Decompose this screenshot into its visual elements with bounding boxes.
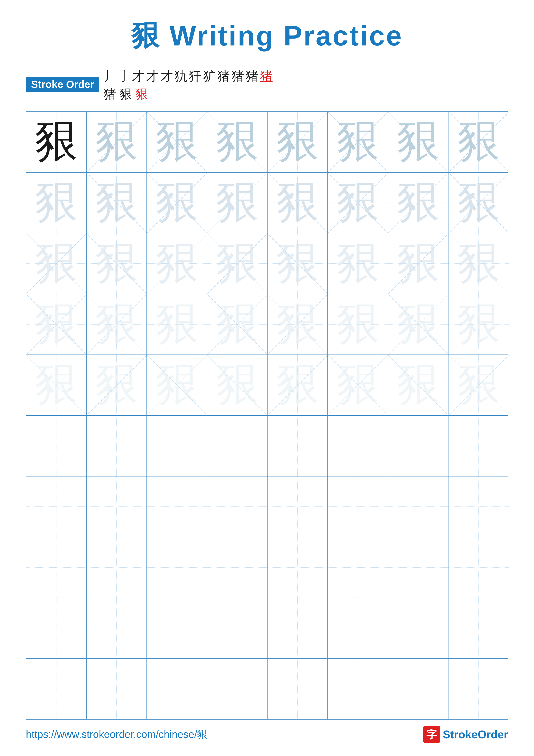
grid-cell: 豤 — [388, 233, 448, 294]
grid-cell: 豤 — [328, 173, 388, 233]
grid-cell: 豤 — [448, 355, 509, 415]
grid-cell: 豤 — [87, 355, 147, 415]
grid-cell-empty[interactable] — [207, 476, 267, 537]
grid-cell-empty[interactable] — [448, 537, 509, 598]
grid-cell-empty[interactable] — [26, 598, 87, 659]
grid-row-empty-5 — [26, 659, 508, 719]
grid-cell: 豤 — [328, 233, 388, 294]
grid-cell-empty[interactable] — [207, 416, 267, 476]
footer-logo-text: StrokeOrder — [443, 728, 508, 741]
grid-cell-empty[interactable] — [448, 416, 509, 476]
grid-cell: 豤 — [328, 112, 388, 172]
grid-cell-empty[interactable] — [328, 659, 388, 719]
grid-cell: 豤 — [147, 233, 207, 294]
grid-row-3: 豤 豤 豤 豤 豤 — [26, 233, 508, 294]
grid-cell: 豤 — [147, 112, 207, 172]
grid-cell-empty[interactable] — [448, 598, 509, 659]
grid-cell-empty[interactable] — [147, 476, 207, 537]
grid-cell-empty[interactable] — [87, 659, 147, 719]
grid-cell-empty[interactable] — [26, 659, 87, 719]
grid-cell-empty[interactable] — [448, 659, 509, 719]
grid-cell: 豤 — [388, 173, 448, 233]
grid-cell: 豤 — [328, 355, 388, 415]
grid-cell-empty[interactable] — [207, 659, 267, 719]
grid-cell-empty[interactable] — [147, 659, 207, 719]
grid-cell: 豤 — [147, 173, 207, 233]
grid-cell: 豤 — [267, 173, 328, 233]
grid-cell-empty[interactable] — [267, 476, 328, 537]
grid-cell: 豤 — [388, 112, 448, 172]
grid-cell: 豤 — [207, 355, 267, 415]
footer: https://www.strokeorder.com/chinese/豤 字 … — [26, 726, 508, 743]
page: 豤 Writing Practice Stroke Order 丿 亅 才 才 … — [0, 0, 534, 756]
grid-row-2: 豤 豤 豤 豤 豤 — [26, 173, 508, 233]
grid-row-4: 豤 豤 豤 豤 豤 — [26, 294, 508, 355]
grid-cell: 豤 — [207, 173, 267, 233]
grid-row-1: 豤 豤 豤 豤 豤 — [26, 112, 508, 173]
grid-cell: 豤 — [87, 294, 147, 355]
grid-cell-empty[interactable] — [388, 659, 448, 719]
grid-row-empty-2 — [26, 476, 508, 537]
grid-cell-empty[interactable] — [328, 598, 388, 659]
grid-cell: 豤 — [147, 355, 207, 415]
grid-cell-empty[interactable] — [26, 537, 87, 598]
grid-cell-empty[interactable] — [388, 537, 448, 598]
footer-url[interactable]: https://www.strokeorder.com/chinese/豤 — [26, 728, 207, 741]
grid-cell-empty[interactable] — [87, 537, 147, 598]
grid-cell: 豤 — [87, 173, 147, 233]
grid-cell-empty[interactable] — [87, 598, 147, 659]
grid-cell-empty[interactable] — [328, 416, 388, 476]
grid-cell-empty[interactable] — [87, 476, 147, 537]
grid-cell-empty[interactable] — [26, 476, 87, 537]
grid-cell-empty[interactable] — [87, 416, 147, 476]
grid-cell-empty[interactable] — [328, 476, 388, 537]
stroke-order-badge: Stroke Order — [26, 77, 99, 92]
grid-cell: 豤 — [267, 294, 328, 355]
grid-cell-empty[interactable] — [267, 598, 328, 659]
grid-cell-empty[interactable] — [147, 416, 207, 476]
grid-cell-empty[interactable] — [328, 537, 388, 598]
grid-cell-empty[interactable] — [26, 416, 87, 476]
grid-cell: 豤 — [87, 233, 147, 294]
grid-cell: 豤 — [207, 294, 267, 355]
stroke-sequence-line1: 丿 亅 才 才 才 犰 犴 犷 猪 猪 猪 猪 — [104, 68, 272, 84]
grid-cell: 豤 — [147, 294, 207, 355]
grid-cell: 豤 — [448, 112, 509, 172]
grid-cell: 豤 — [448, 294, 509, 355]
grid-cell: 豤 — [207, 112, 267, 172]
grid-cell-empty[interactable] — [448, 476, 509, 537]
grid-cell: 豤 — [328, 294, 388, 355]
stroke-order-section: Stroke Order 丿 亅 才 才 才 犰 犴 犷 猪 猪 猪 猪 猪 豤… — [26, 68, 508, 103]
grid-cell-empty[interactable] — [267, 416, 328, 476]
grid-cell: 豤 — [26, 173, 87, 233]
footer-logo: 字 StrokeOrder — [423, 726, 508, 743]
grid-row-empty-3 — [26, 537, 508, 598]
grid-cell-empty[interactable] — [147, 598, 207, 659]
grid-cell: 豤 — [26, 294, 87, 355]
grid-cell: 豤 — [448, 233, 509, 294]
grid-cell: 豤 — [388, 355, 448, 415]
grid-cell: 豤 — [267, 233, 328, 294]
grid-cell: 豤 — [207, 233, 267, 294]
grid-cell-empty[interactable] — [147, 537, 207, 598]
grid-cell: 豤 — [267, 112, 328, 172]
grid-cell: 豤 — [26, 355, 87, 415]
footer-logo-icon: 字 — [423, 726, 440, 743]
grid-cell: 豤 — [388, 294, 448, 355]
grid-row-empty-4 — [26, 598, 508, 659]
practice-grid: 豤 豤 豤 豤 豤 — [26, 111, 508, 719]
grid-cell-empty[interactable] — [388, 416, 448, 476]
grid-cell: 豤 — [448, 173, 509, 233]
grid-cell-empty[interactable] — [207, 537, 267, 598]
grid-row-5: 豤 豤 豤 豤 豤 — [26, 355, 508, 416]
grid-cell-empty[interactable] — [388, 476, 448, 537]
grid-cell: 豤 — [26, 233, 87, 294]
grid-cell-empty[interactable] — [267, 659, 328, 719]
grid-row-empty-1 — [26, 416, 508, 476]
grid-cell-empty[interactable] — [388, 598, 448, 659]
grid-cell-empty[interactable] — [207, 598, 267, 659]
grid-cell: 豤 — [87, 112, 147, 172]
grid-cell-empty[interactable] — [267, 537, 328, 598]
stroke-sequence-line2: 猪 豤 豤 — [104, 86, 272, 103]
grid-cell: 豤 — [267, 355, 328, 415]
